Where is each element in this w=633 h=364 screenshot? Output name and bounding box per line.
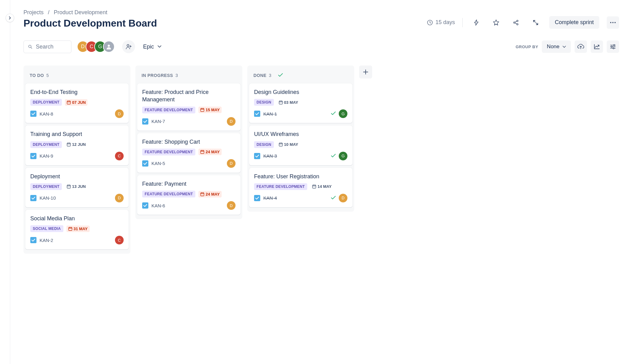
svg-point-12 [613, 48, 614, 49]
svg-point-11 [611, 46, 612, 47]
issue-key[interactable]: KAN-5 [151, 161, 165, 166]
assignee-avatar[interactable]: G [339, 152, 347, 160]
card-due-date: 13 JUN [65, 183, 87, 190]
share-button[interactable] [510, 16, 522, 29]
card-title: Design Guidelines [254, 88, 347, 96]
issue-card[interactable]: Social Media PlanSOCIAL MEDIA31 MAYKAN-2… [25, 210, 129, 249]
card-tag[interactable]: DESIGN [254, 99, 274, 106]
card-tag[interactable]: FEATURE DEVELOPMENT [254, 183, 307, 190]
issue-key[interactable]: KAN-9 [40, 153, 53, 159]
card-due-date: 12 JUN [65, 141, 87, 148]
svg-point-8 [108, 45, 110, 47]
card-title: Feature: Shopping Cart [142, 138, 236, 146]
column-count: 3 [176, 73, 178, 78]
card-tag[interactable]: DEPLOYMENT [30, 183, 62, 190]
assignee-avatar[interactable]: D [339, 194, 347, 202]
issue-key[interactable]: KAN-7 [151, 119, 165, 124]
chevron-down-icon [158, 45, 161, 48]
svg-rect-18 [201, 150, 204, 154]
breadcrumb-root[interactable]: Projects [23, 9, 44, 16]
issue-card[interactable]: Design GuidelinesDESIGN03 MAYKAN-1G [249, 83, 352, 123]
assignee-avatar[interactable]: D [227, 159, 236, 168]
issue-card[interactable]: Training and SupportDEPLOYMENT12 JUNKAN-… [25, 125, 129, 165]
issue-key[interactable]: KAN-1 [263, 111, 277, 116]
done-check-icon [278, 73, 283, 78]
add-column-button[interactable] [359, 66, 372, 78]
assignee-avatar[interactable]: C [115, 236, 124, 244]
card-due-date: 15 MAY [198, 107, 222, 113]
card-tag[interactable]: FEATURE DEVELOPMENT [142, 191, 195, 197]
search-icon [28, 44, 32, 49]
more-icon [610, 22, 616, 23]
sidebar-expand-button[interactable] [6, 14, 14, 22]
column-header[interactable]: DONE 3 [249, 67, 352, 83]
card-tag[interactable]: DESIGN [254, 141, 274, 148]
svg-rect-22 [312, 185, 316, 188]
card-tag[interactable]: FEATURE DEVELOPMENT [142, 149, 195, 155]
import-button[interactable] [575, 40, 587, 53]
search-input[interactable] [35, 43, 67, 50]
column-header[interactable]: IN PROGRESS 3 [137, 67, 240, 83]
issue-key[interactable]: KAN-2 [40, 238, 53, 243]
svg-rect-15 [67, 185, 70, 188]
card-tag[interactable]: SOCIAL MEDIA [30, 225, 63, 232]
card-due-date: 24 MAY [198, 191, 222, 197]
fullscreen-button[interactable] [529, 16, 542, 29]
automation-button[interactable] [470, 16, 482, 29]
card-title: Social Media Plan [30, 215, 124, 222]
assignee-avatar[interactable]: D [115, 194, 124, 202]
epic-filter[interactable]: Epic [141, 42, 164, 51]
more-button[interactable] [607, 16, 619, 29]
card-tag[interactable]: DEPLOYMENT [30, 141, 62, 148]
task-type-icon [30, 237, 36, 243]
card-tag[interactable]: FEATURE DEVELOPMENT [142, 107, 195, 113]
task-type-icon [30, 195, 36, 201]
assignee-avatar[interactable]: D [227, 201, 236, 210]
breadcrumb-project[interactable]: Product Development [54, 9, 107, 16]
chart-icon [594, 44, 600, 49]
insights-button[interactable] [591, 40, 603, 53]
cloud-upload-icon [577, 44, 584, 49]
card-title: Feature: User Registration [254, 173, 347, 180]
task-type-icon [254, 111, 260, 117]
column-header[interactable]: TO DO 5 [25, 67, 129, 83]
card-title: Feature: Product and Price Management [142, 88, 236, 104]
task-type-icon [254, 195, 260, 201]
clock-icon [427, 19, 433, 26]
view-settings-button[interactable] [607, 40, 619, 53]
star-button[interactable] [490, 16, 502, 29]
assignee-avatar[interactable]: C [115, 152, 124, 160]
issue-key[interactable]: KAN-6 [151, 203, 165, 208]
svg-point-1 [514, 22, 515, 23]
svg-rect-14 [67, 143, 70, 146]
issue-key[interactable]: KAN-4 [263, 195, 277, 201]
search-input-wrapper[interactable] [23, 40, 71, 53]
card-tag[interactable]: DEPLOYMENT [30, 99, 62, 106]
issue-card[interactable]: UI/UX WireframesDESIGN10 MAYKAN-3G [249, 125, 352, 165]
complete-sprint-button[interactable]: Complete sprint [549, 16, 599, 29]
issue-card[interactable]: Feature: User RegistrationFEATURE DEVELO… [249, 168, 352, 207]
assignee-avatar[interactable]: D [115, 109, 124, 118]
task-type-icon [254, 153, 260, 159]
column-name: TO DO [30, 73, 44, 78]
member-avatar[interactable] [103, 41, 115, 53]
svg-point-10 [614, 44, 615, 46]
issue-key[interactable]: KAN-3 [263, 153, 277, 159]
group-by-select[interactable]: None [542, 40, 571, 53]
issue-card[interactable]: Feature: PaymentFEATURE DEVELOPMENT24 MA… [137, 175, 240, 215]
issue-card[interactable]: DeploymentDEPLOYMENT13 JUNKAN-10D [25, 168, 129, 207]
board-column: TO DO 5End-to-End TestingDEPLOYMENT07 JU… [23, 66, 130, 254]
issue-key[interactable]: KAN-10 [40, 195, 56, 201]
svg-rect-13 [67, 101, 70, 104]
issue-key[interactable]: KAN-8 [40, 111, 53, 116]
issue-card[interactable]: End-to-End TestingDEPLOYMENT07 JUNKAN-8D [25, 83, 129, 123]
svg-point-2 [517, 20, 518, 22]
svg-rect-16 [69, 227, 72, 231]
card-due-date: 24 MAY [198, 149, 222, 155]
issue-card[interactable]: Feature: Product and Price ManagementFEA… [137, 83, 240, 131]
member-avatars: DCG [77, 41, 115, 53]
assignee-avatar[interactable]: D [227, 117, 236, 126]
assignee-avatar[interactable]: G [339, 109, 347, 118]
issue-card[interactable]: Feature: Shopping CartFEATURE DEVELOPMEN… [137, 133, 240, 173]
add-member-button[interactable] [122, 40, 135, 53]
